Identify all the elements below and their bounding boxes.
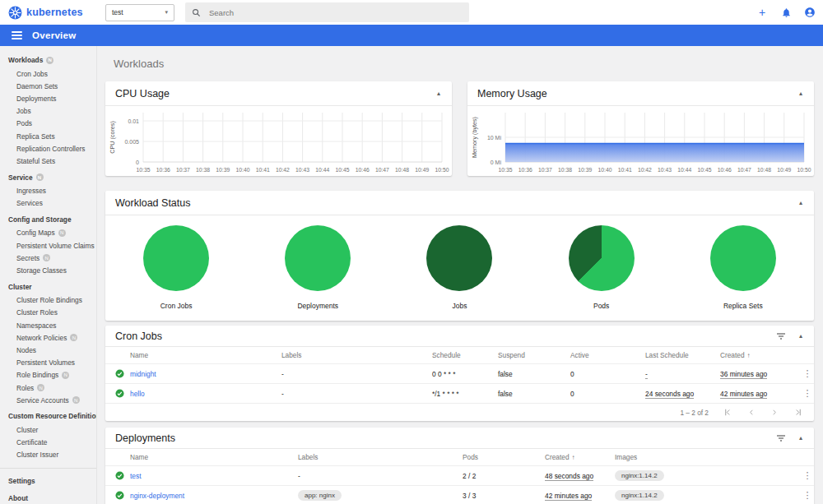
column-header-created[interactable]: Created ↑ — [720, 351, 801, 359]
sidebar-item-config-maps[interactable]: Config MapsN — [0, 227, 96, 239]
sidebar-item-cluster[interactable]: Cluster — [0, 423, 96, 436]
svg-text:10:38: 10:38 — [196, 167, 210, 173]
column-header-labels[interactable]: Labels — [281, 351, 432, 359]
sidebar-item-pods[interactable]: Pods — [0, 118, 96, 130]
column-header-pods[interactable]: Pods — [463, 453, 545, 461]
svg-text:10:50: 10:50 — [797, 167, 811, 173]
sidebar-item-secrets[interactable]: SecretsN — [0, 252, 96, 264]
sidebar-item-label: Service — [8, 173, 33, 182]
previous-page-icon[interactable] — [748, 409, 755, 416]
first-page-icon[interactable] — [723, 409, 732, 416]
hamburger-menu-icon[interactable] — [12, 30, 22, 41]
sidebar-item-workloads[interactable]: WorkloadsN — [0, 53, 96, 67]
cron-job-link[interactable]: midnight — [130, 370, 281, 378]
collapse-icon[interactable]: ▴ — [797, 197, 804, 208]
namespaced-badge: N — [58, 229, 66, 237]
column-header-last-schedule[interactable]: Last Schedule — [645, 351, 720, 359]
sidebar-item-stateful-sets[interactable]: Stateful Sets — [0, 155, 96, 167]
collapse-icon[interactable]: ▴ — [797, 432, 804, 443]
status-ok-icon — [105, 491, 130, 500]
search-bar[interactable] — [185, 2, 469, 22]
filter-list-icon — [776, 332, 786, 340]
last-page-icon[interactable] — [794, 409, 802, 416]
notifications-button[interactable] — [779, 6, 793, 19]
pie-chart-replica-sets — [710, 225, 776, 291]
svg-text:10:36: 10:36 — [518, 167, 532, 173]
sidebar-item-label: Secrets — [16, 254, 40, 262]
sidebar-item-replica-sets[interactable]: Replica Sets — [0, 130, 96, 142]
sidebar-item-role-bindings[interactable]: Role BindingsN — [0, 369, 96, 381]
sidebar-item-persistent-volume-claims[interactable]: Persistent Volume ClaimsN — [0, 239, 96, 252]
sidebar-item-label: Persistent Volume Claims — [16, 242, 95, 250]
cell-created: 48 seconds ago — [545, 472, 593, 482]
pie-label: Replica Sets — [723, 302, 763, 310]
kubernetes-logo[interactable]: kubernetes — [8, 6, 97, 20]
sidebar-item-services[interactable]: Services — [0, 197, 96, 210]
next-page-icon[interactable] — [771, 409, 778, 416]
column-header-created[interactable]: Created ↑ — [545, 453, 615, 461]
sidebar-item-label: Nodes — [16, 346, 36, 354]
sidebar-item-certificate[interactable]: Certificate — [0, 437, 96, 449]
namespace-selector[interactable]: test ▾ — [105, 4, 174, 21]
svg-text:10:42: 10:42 — [276, 167, 290, 173]
sidebar-item-cron-jobs[interactable]: Cron Jobs — [0, 67, 96, 80]
column-header-images[interactable]: Images — [615, 453, 801, 461]
cron-jobs-header-row: Name Labels Schedule Suspend Active Last… — [105, 347, 814, 364]
column-header-labels[interactable]: Labels — [298, 453, 463, 461]
deployment-link[interactable]: nginx-deployment — [130, 492, 298, 500]
cron-jobs-card: Cron Jobs ▴ Name Labels Schedule Suspend… — [105, 326, 814, 421]
column-header-name[interactable]: Name — [130, 453, 298, 461]
filter-button[interactable] — [776, 434, 786, 442]
sidebar-item-label: Network Policies — [16, 334, 67, 342]
sidebar-item-roles[interactable]: RolesN — [0, 381, 96, 394]
main-content: Workloads CPU Usage ▴ 00.0050.0110:3510:… — [97, 46, 823, 504]
sidebar-item-daemon-sets[interactable]: Daemon Sets — [0, 80, 96, 92]
svg-text:10:46: 10:46 — [718, 167, 732, 173]
sidebar-item-label: Services — [16, 199, 43, 207]
sidebar-item-service[interactable]: ServiceN — [0, 170, 96, 185]
header-actions: + — [756, 0, 816, 25]
sidebar-item-persistent-volumes[interactable]: Persistent Volumes — [0, 357, 96, 369]
svg-text:10:38: 10:38 — [558, 167, 572, 173]
sidebar-item-cluster-issuer[interactable]: Cluster Issuer — [0, 449, 96, 461]
row-menu-kebab-icon[interactable]: ⋮ — [801, 490, 814, 501]
sidebar-item-cluster-role-bindings[interactable]: Cluster Role Bindings — [0, 294, 96, 307]
memory-usage-card: Memory Usage ▴ 0 Mi10 Mi10:3510:3610:371… — [467, 81, 814, 176]
svg-text:10:37: 10:37 — [538, 167, 552, 173]
row-menu-kebab-icon[interactable]: ⋮ — [801, 388, 814, 399]
column-header-schedule[interactable]: Schedule — [432, 351, 498, 359]
sidebar-item-label: About — [8, 494, 28, 502]
sidebar-item-replication-controllers[interactable]: Replication Controllers — [0, 142, 96, 155]
sidebar-item-service-accounts[interactable]: Service AccountsN — [0, 394, 96, 406]
column-header-suspend[interactable]: Suspend — [498, 351, 570, 359]
user-profile-button[interactable] — [803, 6, 816, 19]
sidebar-item-namespaces[interactable]: Namespaces — [0, 319, 96, 331]
row-menu-kebab-icon[interactable]: ⋮ — [801, 470, 814, 481]
svg-text:10:40: 10:40 — [597, 167, 611, 173]
sidebar-item-ingresses[interactable]: Ingresses — [0, 185, 96, 197]
column-header-name[interactable]: Name — [130, 351, 281, 359]
collapse-icon[interactable]: ▴ — [797, 331, 804, 341]
filter-button[interactable] — [776, 332, 786, 340]
svg-text:10:42: 10:42 — [638, 167, 652, 173]
column-header-active[interactable]: Active — [570, 351, 645, 359]
collapse-icon[interactable]: ▴ — [435, 88, 442, 99]
search-input[interactable] — [209, 8, 463, 17]
sidebar-item-network-policies[interactable]: Network PoliciesN — [0, 331, 96, 344]
create-resource-button[interactable]: + — [756, 6, 769, 19]
sidebar-item-jobs[interactable]: Jobs — [0, 105, 96, 118]
workload-status-card: Workload Status ▴ Cron Jobs Deployments … — [105, 191, 814, 321]
svg-text:10:40: 10:40 — [235, 167, 249, 173]
pie-chart-jobs — [426, 225, 492, 291]
cron-job-link[interactable]: hello — [130, 390, 281, 398]
deployment-link[interactable]: test — [130, 472, 298, 480]
sidebar-item-storage-classes[interactable]: Storage Classes — [0, 264, 96, 276]
sidebar-item-deployments[interactable]: Deployments — [0, 92, 96, 104]
sidebar-item-cluster-roles[interactable]: Cluster Roles — [0, 307, 96, 319]
deployments-card: Deployments ▴ Name Labels Pods Created — [105, 428, 814, 504]
sidebar-item-nodes[interactable]: Nodes — [0, 344, 96, 356]
row-menu-kebab-icon[interactable]: ⋮ — [801, 368, 814, 379]
collapse-icon[interactable]: ▴ — [797, 88, 804, 99]
sidebar-item-about[interactable]: About — [0, 491, 96, 504]
sidebar-item-settings[interactable]: Settings — [0, 474, 96, 488]
